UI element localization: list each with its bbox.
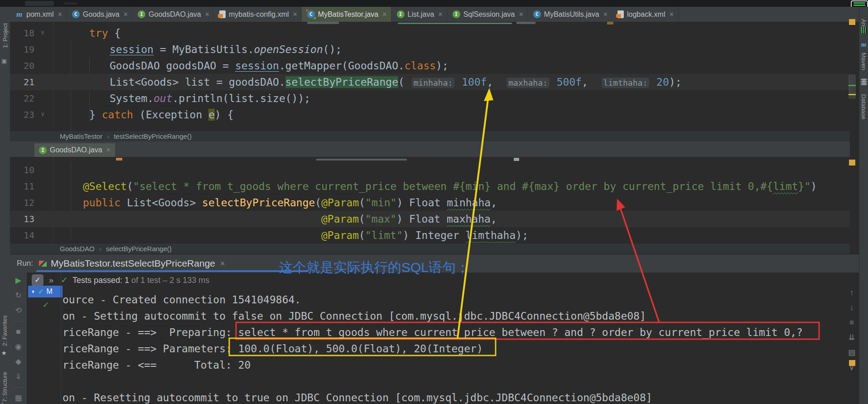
stop-button[interactable]: ■ — [16, 327, 20, 336]
line-number[interactable]: 21 — [10, 74, 34, 90]
tab-mybatisutils-java[interactable]: CMyBatisUtils.java× — [528, 7, 612, 22]
tab-close-icon[interactable]: × — [124, 10, 128, 19]
profiler-button[interactable]: ◆ — [15, 357, 21, 366]
code-token: session — [235, 60, 279, 72]
code-token: "max" — [365, 213, 396, 225]
tab-goodsdao-java[interactable]: I GoodsDAO.java × — [34, 143, 115, 157]
tab-close-icon[interactable]: × — [382, 10, 386, 19]
tree-console-divider[interactable] — [61, 273, 61, 404]
tab-close-icon[interactable]: × — [106, 146, 111, 154]
tab-close-icon[interactable]: × — [519, 10, 523, 19]
code-line-12[interactable]: 12public List<Goods> selectByPriceRange(… — [10, 195, 850, 211]
editor-mybatistestor[interactable]: 18∨try {19session = MyBatisUtils.openSes… — [10, 22, 850, 131]
toolbar-separator — [14, 387, 24, 388]
toggle-auto-test-button[interactable]: ⟲ — [15, 306, 21, 315]
tab-sqlsession-java[interactable]: ISqlSession.java× — [447, 7, 528, 22]
print-console-button[interactable]: ▤ — [848, 349, 855, 357]
test-tree-selected-node[interactable]: ▼ ✓ M — [28, 286, 63, 297]
scroll-down-button[interactable]: ↓ — [850, 304, 854, 312]
run-tab-active-underline — [36, 270, 308, 272]
run-tab-close-icon[interactable]: × — [220, 259, 225, 268]
tab-list-java[interactable]: IList.java× — [391, 7, 447, 22]
tab-close-icon[interactable]: × — [293, 10, 297, 19]
layout-settings-button[interactable]: ▦ — [14, 394, 22, 403]
code-token: } — [89, 109, 102, 121]
tab-goodsdao-java[interactable]: IGoodsDAO.java× — [132, 7, 214, 22]
breadcrumb-class[interactable]: GoodsDAO — [60, 245, 95, 253]
breadcrumb-method[interactable]: selectByPriceRange() — [106, 245, 172, 253]
line-number[interactable]: 10 — [10, 162, 34, 178]
code-text: public List<Goods> selectByPriceRange(@P… — [83, 195, 497, 211]
code-line-22[interactable]: 22System.out.println(list.size()); — [10, 90, 850, 107]
toolwindow-favorites-button[interactable]: 2: Favorites — [0, 310, 10, 351]
tab-close-icon[interactable]: × — [669, 10, 673, 19]
scroll-up-button[interactable]: ↑ — [850, 289, 854, 297]
fold-marker-icon[interactable]: ∨ — [41, 106, 44, 122]
show-passed-toggle[interactable]: ✓ — [32, 274, 43, 286]
node-label: M — [46, 287, 52, 296]
soft-wrap-button[interactable]: ≡ — [849, 319, 854, 327]
code-line-11[interactable]: 11@Select("select * from t_goods where c… — [10, 178, 850, 195]
error-stripe-mark[interactable] — [849, 160, 855, 165]
expander-icon[interactable]: ▼ — [31, 289, 35, 294]
fold-marker-icon[interactable]: ∨ — [41, 24, 44, 40]
toolbar-separator — [14, 321, 24, 321]
tab-goods-java[interactable]: CGoods.java× — [67, 7, 132, 22]
tab-close-icon[interactable]: × — [438, 10, 442, 19]
code-token: }" — [798, 180, 811, 192]
toolwindow-maven-button[interactable]: Maven — [859, 49, 868, 74]
import-test-results-button[interactable]: ⇓ — [15, 372, 21, 381]
breadcrumb-class[interactable]: MyBatisTestor — [60, 132, 102, 140]
tab-label: MyBatisTestor.java — [318, 10, 378, 19]
code-token: ( — [315, 197, 321, 209]
structure-label: 7: Structure — [2, 371, 9, 402]
code-line-14[interactable]: 14@Param("limt") Integer limthaha); — [10, 227, 850, 243]
code-token: = MyBatisUtils. — [154, 44, 254, 55]
run-console[interactable]: ource - Created connection 1541049864.on… — [63, 292, 839, 404]
tab-mybatis-config-xml[interactable]: mybatis-config.xml× — [214, 7, 302, 22]
line-number[interactable]: 20 — [10, 58, 34, 74]
error-stripe-mark[interactable] — [849, 19, 855, 25]
code-line-19[interactable]: 19session = MyBatisUtils.openSession(); — [10, 41, 850, 58]
code-line-18[interactable]: 18∨try { — [10, 25, 850, 41]
rerun-failed-tests-button[interactable]: ↻ — [15, 291, 21, 300]
editor-goodsdao[interactable]: 1011@Select("select * from t_goods where… — [10, 157, 850, 243]
code-line-10[interactable]: 10 — [10, 162, 850, 178]
error-stripe-mark[interactable] — [849, 85, 856, 86]
breadcrumb-method[interactable]: testSelectByPriceRange() — [114, 132, 192, 140]
line-number[interactable]: 18 — [10, 25, 34, 41]
line-number[interactable]: 14 — [10, 227, 34, 243]
code-token: session — [110, 44, 154, 55]
run-configuration-tab[interactable]: MyBatisTestor.testSelectByPriceRange × — [36, 256, 228, 271]
take-snapshot-button[interactable]: ◉ — [15, 342, 22, 351]
toolwindow-project-button[interactable]: 1: Project — [0, 15, 10, 56]
code-line-13[interactable]: 13@Param("max") Float maxhaha, — [10, 211, 850, 227]
scroll-to-end-button[interactable]: ⇊ — [849, 334, 855, 342]
code-token: ( — [359, 229, 365, 241]
error-stripe-mark[interactable] — [849, 360, 855, 366]
line-number[interactable]: 23 — [10, 107, 34, 123]
test-tree-child-passed-icon[interactable]: ✓ — [43, 300, 49, 310]
rerun-button[interactable]: ▶ — [15, 276, 21, 285]
line-number[interactable]: 12 — [10, 195, 34, 211]
line-number[interactable]: 22 — [10, 90, 34, 107]
tab-close-icon[interactable]: × — [205, 10, 209, 19]
toolwindow-structure-button[interactable]: 7: Structure — [0, 366, 10, 404]
code-line-21[interactable]: 21List<Goods> list = goodsDAO.selectByPr… — [10, 74, 850, 90]
code-line-23[interactable]: 23∨} catch (Exception e) { — [10, 107, 850, 123]
editor-tab-bar: mpom.xml×CGoods.java×IGoodsDAO.java×myba… — [10, 7, 859, 22]
tab-logback-xml[interactable]: logback.xml× — [612, 7, 678, 22]
tab-close-icon[interactable]: × — [603, 10, 608, 19]
tab-mybatistestor-java[interactable]: CMyBatisTestor.java× — [302, 7, 391, 22]
code-line-20[interactable]: 20GoodsDAO goodsDAO = session.getMapper(… — [10, 58, 850, 74]
line-number[interactable]: 19 — [10, 41, 34, 58]
chevrons-icon[interactable]: » — [49, 276, 53, 285]
tab-close-icon[interactable]: × — [58, 10, 62, 19]
code-token: ( — [359, 213, 365, 225]
tab-pom-xml[interactable]: mpom.xml× — [10, 7, 67, 22]
toolwindow-database-button[interactable]: Database — [859, 88, 868, 125]
line-number[interactable]: 13 — [10, 211, 34, 227]
line-number[interactable]: 11 — [10, 178, 34, 195]
breadcrumb-chevron-icon: › — [107, 132, 109, 140]
error-stripe-mark[interactable] — [849, 94, 856, 95]
